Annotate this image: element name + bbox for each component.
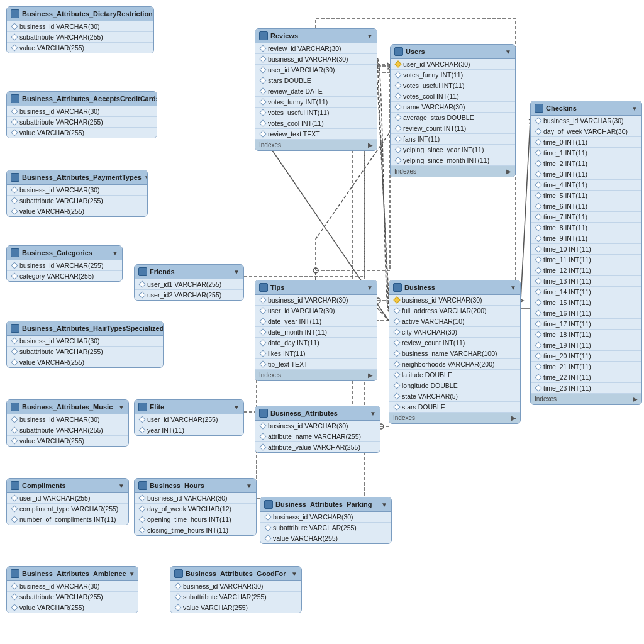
table-icon: [11, 324, 19, 333]
field-icon: [138, 416, 145, 423]
table-Friends[interactable]: Friends▼user_id1 VARCHAR(255)user_id2 VA…: [134, 264, 244, 301]
indexes-row[interactable]: Indexes▶: [531, 394, 641, 404]
table-icon: [174, 569, 183, 578]
indexes-arrow[interactable]: ▶: [511, 414, 516, 421]
table-collapse-arrow[interactable]: ▼: [233, 404, 240, 411]
table-row: value VARCHAR(255): [7, 436, 128, 446]
table-row: time_10 INT(11): [531, 244, 641, 255]
table-row: subattribute VARCHAR(255): [7, 196, 147, 206]
indexes-row[interactable]: Indexes▶: [255, 140, 377, 150]
table-Parking[interactable]: Business_Attributes_Parking▼business_id …: [260, 497, 392, 544]
table-collapse-arrow[interactable]: ▼: [144, 174, 148, 181]
field-name: time_21 INT(11): [543, 363, 591, 370]
indexes-arrow[interactable]: ▶: [506, 168, 511, 175]
field-name: time_9 INT(11): [543, 235, 587, 242]
table-BusinessCategories[interactable]: Business_Categories▼business_id VARCHAR(…: [6, 245, 123, 282]
field-name: time_16 INT(11): [543, 309, 591, 317]
field-name: value VARCHAR(255): [273, 535, 338, 542]
field-icon: [535, 149, 541, 156]
table-row: user_id2 VARCHAR(255): [135, 290, 243, 300]
field-name: business_id VARCHAR(30): [19, 23, 100, 30]
table-header-Parking: Business_Attributes_Parking▼: [260, 497, 391, 512]
field-name: category VARCHAR(255): [19, 272, 94, 280]
table-title: Users: [406, 48, 425, 55]
table-Checkins[interactable]: Checkins▼business_id VARCHAR(30)day_of_w…: [530, 101, 642, 405]
table-row: time_22 INT(11): [531, 372, 641, 383]
table-collapse-arrow[interactable]: ▼: [118, 404, 125, 411]
indexes-arrow[interactable]: ▶: [633, 396, 638, 402]
table-row: time_11 INT(11): [531, 255, 641, 265]
table-Ambience[interactable]: Business_Attributes_Ambience▼business_id…: [6, 566, 138, 613]
table-BusinessAttributes[interactable]: Business_Attributes▼business_id VARCHAR(…: [255, 406, 380, 453]
table-row: user_id VARCHAR(30): [255, 65, 377, 75]
field-name: latitude DOUBLE: [402, 371, 452, 379]
indexes-row[interactable]: Indexes▶: [255, 370, 377, 380]
table-collapse-arrow[interactable]: ▼: [370, 410, 376, 417]
table-collapse-arrow[interactable]: ▼: [505, 48, 511, 55]
table-collapse-arrow[interactable]: ▼: [631, 105, 638, 112]
field-name: value VARCHAR(255): [19, 208, 84, 215]
field-name: business_id VARCHAR(30): [19, 108, 100, 115]
field-name: user_id VARCHAR(255): [147, 416, 218, 423]
table-AcceptsCreditCards[interactable]: Business_Attributes_AcceptsCreditCards▼b…: [6, 91, 157, 138]
table-row: votes_cool INT(11): [255, 118, 377, 129]
field-name: date_day INT(11): [268, 339, 319, 347]
table-Elite[interactable]: Elite▼user_id VARCHAR(255)year INT(11): [134, 399, 244, 436]
table-icon: [393, 283, 402, 292]
indexes-row[interactable]: Indexes▶: [391, 166, 515, 177]
table-Business[interactable]: Business▼business_id VARCHAR(30)full_add…: [389, 280, 521, 424]
field-icon: [11, 118, 18, 125]
field-icon: [393, 403, 400, 410]
table-icon: [11, 248, 19, 257]
table-row: stars DOUBLE: [389, 402, 520, 413]
table-DietaryRestrictions[interactable]: Business_Attributes_DietaryRestrictions▼…: [6, 6, 154, 53]
field-icon: [259, 339, 266, 346]
table-GoodFor[interactable]: Business_Attributes_GoodFor▼business_id …: [170, 566, 302, 613]
field-icon: [535, 288, 541, 295]
table-HairTypesSpecializedIn[interactable]: Business_Attributes_HairTypesSpecialized…: [6, 321, 164, 368]
table-Users[interactable]: Users▼user_id VARCHAR(30)votes_funny INT…: [390, 44, 516, 177]
table-row: year INT(11): [135, 425, 243, 435]
table-header-AcceptsCreditCards: Business_Attributes_AcceptsCreditCards▼: [7, 92, 157, 106]
table-BusinessHours[interactable]: Business_Hours▼business_id VARCHAR(30)da…: [134, 478, 257, 536]
table-collapse-arrow[interactable]: ▼: [367, 33, 373, 40]
table-collapse-arrow[interactable]: ▼: [112, 250, 118, 257]
table-Compliments[interactable]: Compliments▼user_id VARCHAR(255)complime…: [6, 478, 129, 525]
table-PaymentTypes[interactable]: Business_Attributes_PaymentTypes▼busines…: [6, 170, 148, 217]
field-icon: [535, 224, 541, 231]
field-icon: [535, 160, 541, 167]
field-icon: [393, 328, 400, 335]
field-icon: [535, 138, 541, 145]
table-row: business_id VARCHAR(30): [7, 336, 163, 347]
table-header-Users: Users▼: [391, 45, 515, 59]
table-icon: [394, 47, 403, 56]
field-name: time_6 INT(11): [543, 203, 587, 210]
field-name: subattribute VARCHAR(255): [19, 593, 103, 601]
table-row: time_8 INT(11): [531, 223, 641, 233]
field-icon: [259, 360, 266, 367]
table-row: time_9 INT(11): [531, 233, 641, 244]
table-Tips[interactable]: Tips▼business_id VARCHAR(30)user_id VARC…: [255, 280, 377, 381]
table-header-Music: Business_Attributes_Music▼: [7, 400, 128, 414]
field-name: fans INT(11): [403, 135, 440, 143]
table-collapse-arrow[interactable]: ▼: [233, 269, 240, 275]
table-collapse-arrow[interactable]: ▼: [246, 482, 252, 489]
table-Music[interactable]: Business_Attributes_Music▼business_id VA…: [6, 399, 129, 447]
indexes-arrow[interactable]: ▶: [368, 372, 373, 379]
field-name: time_3 INT(11): [543, 170, 587, 178]
field-icon: [259, 328, 266, 335]
table-collapse-arrow[interactable]: ▼: [118, 482, 125, 489]
indexes-arrow[interactable]: ▶: [368, 142, 373, 148]
table-collapse-arrow[interactable]: ▼: [129, 570, 135, 577]
table-row: time_16 INT(11): [531, 308, 641, 319]
field-icon: [11, 33, 18, 40]
table-collapse-arrow[interactable]: ▼: [291, 570, 297, 577]
table-collapse-arrow[interactable]: ▼: [381, 501, 387, 508]
table-collapse-arrow[interactable]: ▼: [510, 284, 516, 291]
indexes-row[interactable]: Indexes▶: [389, 413, 520, 423]
field-icon: [535, 245, 541, 252]
table-collapse-arrow[interactable]: ▼: [367, 284, 373, 291]
table-Reviews[interactable]: Reviews▼review_id VARCHAR(30)business_id…: [255, 28, 377, 151]
field-icon: [264, 535, 271, 541]
field-name: review_text TEXT: [268, 130, 320, 138]
